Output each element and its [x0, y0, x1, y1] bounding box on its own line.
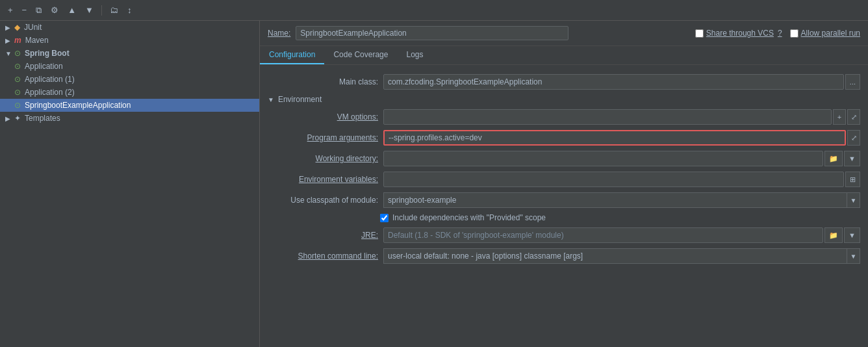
- main-class-input[interactable]: [383, 74, 844, 90]
- folder-btn[interactable]: 🗂: [107, 4, 121, 16]
- vm-fullscreen-btn[interactable]: ⤢: [847, 109, 860, 125]
- tab-code-coverage[interactable]: Code Coverage: [324, 46, 397, 64]
- down-btn[interactable]: ▼: [83, 4, 96, 16]
- jre-control: 📁 ▼: [383, 227, 860, 243]
- working-dir-control: 📁 ▼: [383, 151, 860, 166]
- sidebar-item-junit[interactable]: ▶ ◆ JUnit: [0, 21, 259, 34]
- working-dir-label: Working directory:: [268, 154, 378, 163]
- vm-options-row: VM options: + ⤢: [260, 107, 868, 127]
- jre-input[interactable]: [383, 227, 823, 243]
- env-vars-row: Environment variables: ⊞: [260, 169, 868, 190]
- program-args-input[interactable]: [383, 130, 846, 146]
- shorten-cmd-row: Shorten command line: user-local default…: [260, 246, 868, 266]
- environment-section: ▼ Environment: [260, 92, 868, 107]
- env-vars-input[interactable]: [383, 172, 844, 187]
- sidebar: ▶ ◆ JUnit ▶ m Maven ▼ ⊙ Spring Boot ⊙ Ap…: [0, 21, 260, 347]
- spring-app-icon: ⊙: [14, 62, 21, 71]
- junit-icon: ◆: [14, 23, 20, 32]
- arrow-icon: ▶: [5, 115, 12, 122]
- classpath-label: Use classpath of module:: [268, 196, 378, 205]
- jre-dropdown-btn[interactable]: ▼: [844, 227, 860, 243]
- classpath-dropdown: springboot-example ▼: [383, 192, 860, 208]
- env-vars-control: ⊞: [383, 172, 860, 187]
- program-args-label: Program arguments:: [268, 133, 378, 142]
- tab-logs[interactable]: Logs: [397, 46, 432, 64]
- main-class-control: ...: [383, 74, 860, 90]
- vm-actions: + ⤢: [833, 109, 860, 125]
- program-args-row: Program arguments: ⤢: [260, 127, 868, 148]
- sidebar-item-application-1[interactable]: ⊙ Application (1): [0, 73, 259, 86]
- main-layout: ▶ ◆ JUnit ▶ m Maven ▼ ⊙ Spring Boot ⊙ Ap…: [0, 21, 868, 347]
- tabs: Configuration Code Coverage Logs: [260, 46, 868, 65]
- template-icon: ✦: [14, 114, 21, 123]
- sidebar-item-label: Application (1): [25, 75, 75, 84]
- include-deps-checkbox[interactable]: [380, 214, 389, 222]
- help-icon: ?: [778, 29, 782, 38]
- shorten-cmd-dropdown: user-local default: none - java [options…: [383, 248, 860, 264]
- shorten-cmd-select[interactable]: user-local default: none - java [options…: [383, 248, 847, 264]
- jre-label: JRE:: [268, 231, 378, 240]
- working-dir-dropdown-btn[interactable]: ▼: [844, 151, 860, 166]
- sidebar-item-label: Maven: [25, 36, 49, 45]
- remove-btn[interactable]: −: [19, 4, 30, 16]
- sidebar-item-templates[interactable]: ▶ ✦ Templates: [0, 112, 259, 125]
- share-vcs-checkbox-label[interactable]: Share through VCS ?: [695, 29, 782, 38]
- share-vcs-label: Share through VCS: [706, 29, 774, 38]
- sidebar-item-label: Application: [25, 62, 63, 71]
- spring-icon: ⊙: [14, 49, 21, 58]
- arrow-icon: ▶: [5, 24, 12, 31]
- vm-options-label: VM options:: [268, 112, 378, 122]
- sep-1: [101, 5, 102, 16]
- vm-options-control: + ⤢: [383, 109, 860, 125]
- working-dir-folder-btn[interactable]: 📁: [824, 151, 843, 166]
- name-input[interactable]: [296, 26, 568, 40]
- vm-options-input[interactable]: [383, 109, 832, 125]
- sidebar-item-application[interactable]: ⊙ Application: [0, 60, 259, 73]
- allow-parallel-checkbox[interactable]: [790, 29, 798, 38]
- shorten-cmd-dropdown-btn[interactable]: ▼: [847, 248, 860, 264]
- spring-app2-icon: ⊙: [14, 88, 21, 97]
- maven-icon: m: [14, 36, 21, 45]
- copy-btn[interactable]: ⧉: [33, 4, 44, 17]
- arrow-icon: ▼: [5, 50, 12, 57]
- jre-folder-btn[interactable]: 📁: [824, 227, 843, 243]
- add-btn[interactable]: +: [5, 4, 16, 16]
- sort-btn[interactable]: ↕: [125, 4, 134, 16]
- sidebar-item-spring-boot[interactable]: ▼ ⊙ Spring Boot: [0, 47, 259, 60]
- jre-row: JRE: 📁 ▼: [260, 225, 868, 246]
- up-btn[interactable]: ▲: [65, 4, 79, 16]
- classpath-select[interactable]: springboot-example: [383, 192, 847, 208]
- settings-btn[interactable]: ⚙: [48, 4, 61, 16]
- sidebar-item-maven[interactable]: ▶ m Maven: [0, 34, 259, 47]
- arrow-icon: ▶: [5, 37, 12, 44]
- working-dir-row: Working directory: 📁 ▼: [260, 148, 868, 169]
- sidebar-item-springboot-example[interactable]: ⊙ SpringbootExampleApplication: [0, 99, 259, 112]
- sidebar-item-application-2[interactable]: ⊙ Application (2): [0, 86, 259, 99]
- classpath-dropdown-btn[interactable]: ▼: [847, 192, 860, 208]
- main-class-browse-btn[interactable]: ...: [845, 74, 860, 90]
- allow-parallel-label: Allow parallel run: [801, 29, 860, 38]
- include-deps-label: Include dependencies with "Provided" sco…: [392, 213, 546, 222]
- env-arrow-icon: ▼: [268, 96, 274, 103]
- working-dir-input[interactable]: [383, 151, 823, 166]
- sidebar-item-label: Templates: [25, 114, 60, 123]
- env-vars-edit-btn[interactable]: ⊞: [845, 172, 860, 187]
- spring-app1-icon: ⊙: [14, 75, 21, 84]
- tab-configuration[interactable]: Configuration: [260, 46, 324, 64]
- right-panel: Name: Share through VCS ? Allow parallel…: [260, 21, 868, 347]
- share-vcs-checkbox[interactable]: [695, 29, 704, 38]
- spring-example-icon: ⊙: [14, 101, 21, 110]
- vm-expand-btn[interactable]: +: [833, 109, 846, 125]
- name-row: Name: Share through VCS ? Allow parallel…: [260, 21, 868, 46]
- program-args-control: ⤢: [383, 130, 860, 146]
- sidebar-item-label: JUnit: [24, 23, 42, 32]
- main-class-row: Main class: ...: [260, 71, 868, 92]
- name-label: Name:: [268, 29, 290, 38]
- classpath-row: Use classpath of module: springboot-exam…: [260, 190, 868, 211]
- program-args-fullscreen-btn[interactable]: ⤢: [847, 130, 860, 146]
- sidebar-item-label: SpringbootExampleApplication: [25, 101, 131, 110]
- toolbar: + − ⧉ ⚙ ▲ ▼ 🗂 ↕: [0, 0, 868, 21]
- allow-parallel-checkbox-label[interactable]: Allow parallel run: [790, 29, 860, 38]
- env-section-label: Environment: [278, 95, 322, 104]
- name-row-right: Share through VCS ? Allow parallel run: [695, 29, 860, 38]
